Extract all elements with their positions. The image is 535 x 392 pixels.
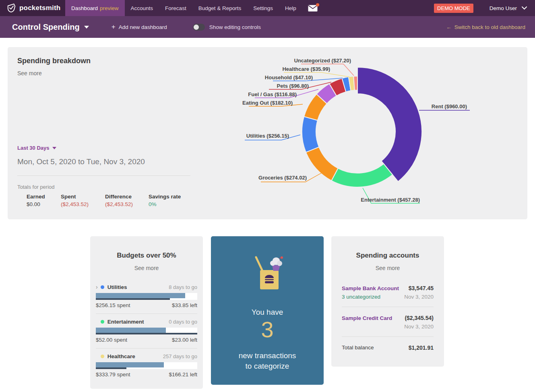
budget-spent-amount: $256.15 spent [96,302,130,308]
pocketsmith-dashboard-page: pocketsmith Dashboard preview Accounts F… [0,0,535,392]
budget-category-name: Utilities [107,284,127,290]
notification-dot [316,3,319,6]
dashboard-title: Control Spending [12,23,80,32]
navbar-right-group: DEMO MODE Demo User [434,0,535,16]
chevron-down-icon[interactable] [522,6,527,10]
show-editing-controls-label: Show editing controls [209,24,261,30]
budget-category-name: Entertainment [107,319,144,325]
budget-left-amount: $23.00 left [172,337,197,343]
nav-item-budget-reports[interactable]: Budget & Reports [192,0,248,16]
back-arrow-icon: ← [446,24,452,30]
brand-name: pocketsmith [19,4,60,12]
budget-left-amount: $166.21 left [169,371,197,378]
accounts-card-title: Spending accounts [342,252,434,260]
uncategorized-link[interactable]: 3 uncategorized [342,294,380,300]
budget-row-utilities: › Utilities 8 days to go $256.15 spent $… [96,279,197,314]
total-balance-label: Total balance [342,345,374,351]
budget-progress-fill [96,328,166,333]
chart-label: Healthcare ($35.99) [282,66,330,72]
chart-label: Rent ($960.00) [432,103,467,109]
budget-time-elapsed-marker [96,298,170,300]
inbox-mail-icon[interactable] [308,0,318,16]
donut-segment-utilities[interactable] [302,117,319,153]
switch-old-dashboard-link[interactable]: ← Switch back to old dashboard [446,24,525,30]
nav-item-dashboard[interactable]: Dashboard preview [65,0,125,16]
nav-item-help[interactable]: Help [279,0,302,16]
budget-progress-bar [96,293,197,300]
total-balance-value: $1,201.91 [409,345,434,351]
budget-progress-fill [96,293,185,298]
shield-check-logo-icon [6,3,16,13]
dropdown-triangle-icon [84,26,89,29]
total-balance-row: Total balance $1,201.91 [342,337,434,351]
budgets-see-more-link[interactable]: See more [96,265,197,271]
chart-label: Entertainment ($457.28) [361,197,420,203]
editing-controls-group: Show editing controls [193,24,261,31]
budget-days-to-go: 257 days to go [163,353,197,359]
nav-item-forecast[interactable]: Forecast [159,0,192,16]
chart-label: Fuel / Gas ($116.88) [248,91,297,97]
spending-breakdown-card: Spending breakdown See more Last 30 Days… [8,47,527,219]
switch-old-dashboard-label: Switch back to old dashboard [454,24,525,30]
account-rows: Sample Bank Account $3,547.45 3 uncatego… [342,285,434,351]
budget-progress-fill [96,362,164,367]
budget-progress-bar [96,328,197,334]
budget-time-elapsed-marker [96,333,197,334]
demo-mode-badge: DEMO MODE [434,4,473,13]
budget-spent-amount: $52.00 spent [96,337,127,343]
new-transactions-card[interactable]: You have 3 new transactions to categoriz… [211,236,324,385]
account-name-link[interactable]: Sample Credit Card [342,315,392,321]
show-editing-controls-toggle[interactable] [193,24,205,31]
add-new-dashboard-button[interactable]: + Add new dashboard [112,23,167,31]
chart-label: Household ($47.10) [265,74,313,80]
chart-label: Eating Out ($182.10) [242,100,293,106]
chart-label: Uncategorized ($27.20) [294,58,351,64]
nav-item-dashboard-label: Dashboard [71,5,98,11]
accounts-see-more-link[interactable]: See more [342,265,434,271]
account-date: Nov 3, 2020 [404,294,434,300]
account-name-link[interactable]: Sample Bank Account [342,285,399,291]
add-new-dashboard-label: Add new dashboard [119,24,167,30]
budget-progress-bar [96,362,197,369]
account-row-bank: Sample Bank Account $3,547.45 3 uncatego… [342,285,434,307]
chart-label: Groceries ($274.02) [258,175,307,181]
category-color-dot [101,320,104,324]
account-date: Nov 3, 2020 [404,324,434,330]
spending-accounts-card: Spending accounts See more Sample Bank A… [331,236,444,367]
toggle-knob [194,25,199,30]
account-balance: $3,547.45 [409,285,434,291]
transactions-line2: new transactions [211,351,324,360]
budgets-over-50-card: Budgets over 50% See more › Utilities 8 … [90,236,203,389]
budgets-card-title: Budgets over 50% [96,252,197,260]
nav-item-settings[interactable]: Settings [247,0,279,16]
top-navbar: pocketsmith Dashboard preview Accounts F… [0,0,535,16]
pocketsmith-logo[interactable]: pocketsmith [0,0,65,16]
takeout-food-icon [211,254,324,293]
donut-segment-entertainment[interactable] [331,164,392,187]
nav-item-accounts[interactable]: Accounts [125,0,159,16]
plus-icon: + [112,23,116,31]
budget-row-healthcare: › Healthcare 257 days to go $333.79 spen… [96,349,197,383]
user-menu[interactable]: Demo User [490,5,517,11]
dashboard-title-dropdown[interactable]: Control Spending [12,23,89,32]
category-color-dot [101,285,104,289]
budget-spent-amount: $333.79 spent [96,371,130,378]
donut-segment-uncategorized[interactable] [353,76,357,90]
nav-item-dashboard-preview-label: preview [100,5,119,11]
budget-row-entertainment: › Entertainment 0 days to go $52.00 spen… [96,314,197,349]
account-balance: ($2,345.54) [405,315,434,321]
transactions-count: 3 [211,318,324,341]
budget-days-to-go: 8 days to go [169,284,197,290]
account-row-credit-card: Sample Credit Card ($2,345.54) Nov 3, 20… [342,307,434,337]
spending-donut-chart: Rent ($960.00)Entertainment ($457.28)Gro… [8,47,527,219]
transactions-line3: to categorize [211,362,324,371]
transactions-line1: You have [211,308,324,317]
chart-label: Pets ($96.80) [277,83,309,89]
donut-segment-rent[interactable] [357,67,422,182]
budget-rows: › Utilities 8 days to go $256.15 spent $… [96,279,197,383]
dashboard-control-bar: Control Spending + Add new dashboard Sho… [0,16,535,38]
donut-segment-groceries[interactable] [306,147,338,181]
budget-category-name: Healthcare [107,353,135,359]
budget-time-elapsed-marker [96,367,126,369]
chevron-right-icon[interactable]: › [96,284,98,290]
